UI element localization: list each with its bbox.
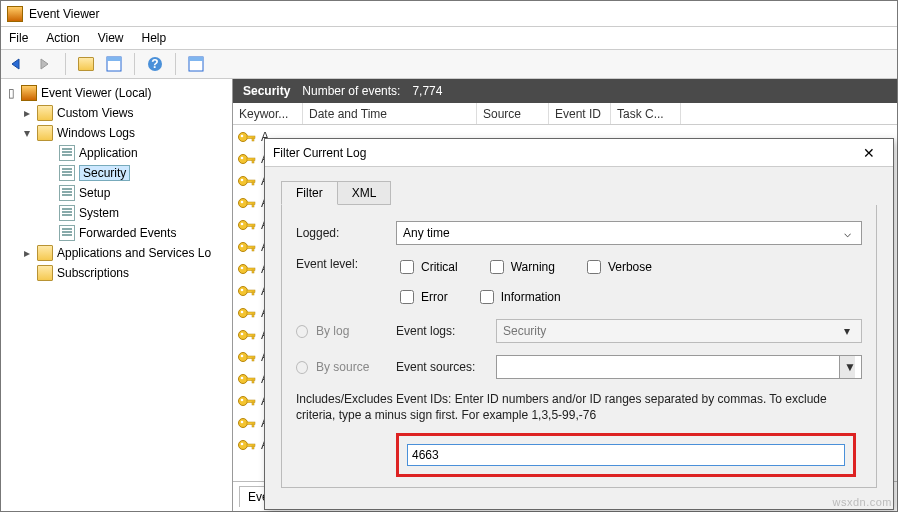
checkbox-critical[interactable]: Critical (396, 257, 458, 277)
tab-xml[interactable]: XML (337, 181, 392, 205)
logged-combo[interactable]: Any time ⌵ (396, 221, 862, 245)
svg-point-51 (241, 377, 244, 380)
svg-point-46 (239, 353, 248, 362)
svg-point-11 (241, 157, 244, 160)
column-headers: Keywor... Date and Time Source Event ID … (233, 103, 897, 125)
key-icon (237, 196, 257, 210)
event-sources-combo[interactable]: ▼ (496, 355, 862, 379)
menu-help[interactable]: Help (142, 31, 167, 45)
svg-rect-25 (252, 226, 254, 229)
tree-log-system[interactable]: System (3, 203, 230, 223)
svg-point-26 (239, 243, 248, 252)
svg-point-55 (241, 399, 244, 402)
tree-apps-services[interactable]: ▸Applications and Services Lo (3, 243, 230, 263)
svg-point-62 (239, 441, 248, 450)
menu-view[interactable]: View (98, 31, 124, 45)
svg-point-39 (241, 311, 244, 314)
svg-rect-17 (252, 182, 254, 185)
tree-pane: ▯Event Viewer (Local) ▸Custom Views ▾Win… (1, 79, 233, 511)
event-id-input[interactable] (407, 444, 845, 466)
log-icon (59, 205, 75, 221)
svg-rect-41 (252, 314, 254, 317)
properties-button[interactable] (102, 52, 126, 76)
svg-rect-53 (252, 380, 254, 383)
svg-point-30 (239, 265, 248, 274)
event-id-hint: Includes/Excludes Event IDs: Enter ID nu… (296, 391, 862, 423)
tree-log-security[interactable]: Security (3, 163, 230, 183)
back-button[interactable] (5, 52, 29, 76)
col-keywords[interactable]: Keywor... (233, 103, 303, 124)
checkbox-verbose[interactable]: Verbose (583, 257, 652, 277)
svg-rect-21 (252, 204, 254, 207)
tree-subscriptions[interactable]: Subscriptions (3, 263, 230, 283)
key-icon (237, 306, 257, 320)
svg-point-18 (239, 199, 248, 208)
dialog-titlebar[interactable]: Filter Current Log ✕ (265, 139, 893, 167)
log-icon (59, 145, 75, 161)
svg-rect-5 (189, 57, 203, 61)
svg-point-19 (241, 201, 244, 204)
log-icon (59, 225, 75, 241)
dialog-title: Filter Current Log (273, 146, 366, 160)
menu-bar: File Action View Help (1, 27, 897, 49)
forward-button[interactable] (33, 52, 57, 76)
key-icon (237, 152, 257, 166)
col-taskc[interactable]: Task C... (611, 103, 681, 124)
svg-point-7 (241, 135, 244, 138)
key-icon (237, 416, 257, 430)
key-icon (237, 174, 257, 188)
help-button[interactable]: ? (143, 52, 167, 76)
svg-point-34 (239, 287, 248, 296)
menu-action[interactable]: Action (46, 31, 79, 45)
checkbox-information[interactable]: Information (476, 287, 561, 307)
svg-point-42 (239, 331, 248, 340)
svg-point-63 (241, 443, 244, 446)
svg-point-43 (241, 333, 244, 336)
app-icon (7, 6, 23, 22)
tree-custom-views[interactable]: ▸Custom Views (3, 103, 230, 123)
svg-point-22 (239, 221, 248, 230)
col-source[interactable]: Source (477, 103, 549, 124)
svg-point-27 (241, 245, 244, 248)
svg-point-59 (241, 421, 244, 424)
checkbox-error[interactable]: Error (396, 287, 448, 307)
col-eventid[interactable]: Event ID (549, 103, 611, 124)
svg-point-15 (241, 179, 244, 182)
chevron-down-icon: ⌵ (839, 226, 855, 240)
refresh-button[interactable] (184, 52, 208, 76)
tree-log-application[interactable]: Application (3, 143, 230, 163)
tab-filter[interactable]: Filter (281, 181, 338, 205)
svg-rect-29 (252, 248, 254, 251)
checkbox-warning[interactable]: Warning (486, 257, 555, 277)
key-icon (237, 350, 257, 364)
svg-rect-33 (252, 270, 254, 273)
close-icon[interactable]: ✕ (853, 142, 885, 164)
folder-icon (37, 245, 53, 261)
chevron-down-icon: ▼ (839, 356, 855, 378)
key-icon (237, 372, 257, 386)
svg-point-35 (241, 289, 244, 292)
header-bar: Security Number of events: 7,774 (233, 79, 897, 103)
tree-root[interactable]: ▯Event Viewer (Local) (3, 83, 230, 103)
tree-log-forwarded[interactable]: Forwarded Events (3, 223, 230, 243)
col-date[interactable]: Date and Time (303, 103, 477, 124)
event-id-highlight (396, 433, 856, 477)
svg-rect-57 (252, 402, 254, 405)
log-icon (59, 185, 75, 201)
menu-file[interactable]: File (9, 31, 28, 45)
svg-point-38 (239, 309, 248, 318)
key-icon (237, 394, 257, 408)
filter-dialog: Filter Current Log ✕ Filter XML Logged: … (264, 138, 894, 510)
svg-rect-65 (252, 446, 254, 449)
svg-rect-49 (252, 358, 254, 361)
label-event-logs: Event logs: (396, 324, 496, 338)
folder-icon (37, 105, 53, 121)
tree-windows-logs[interactable]: ▾Windows Logs (3, 123, 230, 143)
header-count-value: 7,774 (412, 84, 442, 98)
tree-log-setup[interactable]: Setup (3, 183, 230, 203)
up-folder-button[interactable] (74, 52, 98, 76)
svg-point-10 (239, 155, 248, 164)
key-icon (237, 262, 257, 276)
svg-rect-13 (252, 160, 254, 163)
svg-rect-1 (107, 57, 121, 61)
